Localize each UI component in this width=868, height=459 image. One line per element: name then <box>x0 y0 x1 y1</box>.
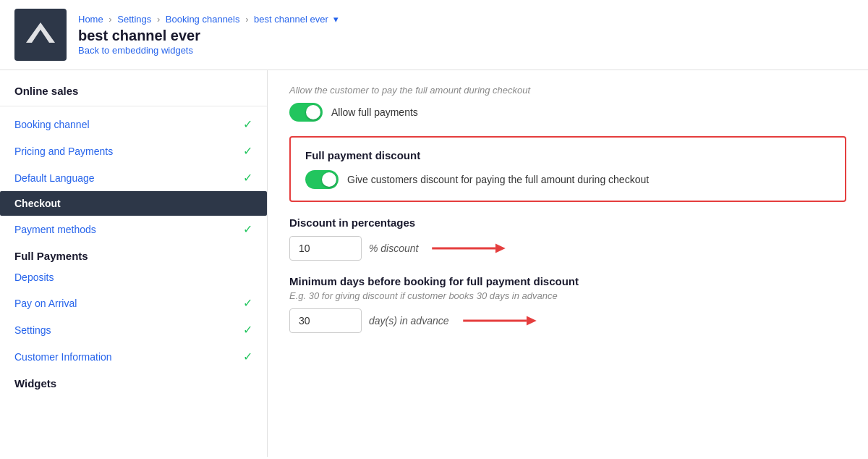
sidebar: Online sales Booking channel ✓ Pricing a… <box>0 70 268 457</box>
full-payment-discount-toggle[interactable] <box>305 170 339 189</box>
back-link[interactable]: Back to embedding widgets <box>78 45 193 56</box>
svg-marker-3 <box>495 244 506 253</box>
logo <box>14 9 67 61</box>
discount-percentages-title: Discount in percentages <box>289 216 846 229</box>
sidebar-item-language[interactable]: Default Language ✓ <box>0 164 267 191</box>
sidebar-item-label: Default Language <box>14 172 95 184</box>
sidebar-item-settings[interactable]: Settings ✓ <box>0 316 267 343</box>
divider-1 <box>0 106 267 106</box>
sidebar-item-customer-info[interactable]: Customer Information ✓ <box>0 343 267 370</box>
sidebar-item-pricing[interactable]: Pricing and Payments ✓ <box>0 138 267 164</box>
chevron-down-icon[interactable]: ▾ <box>333 14 339 25</box>
header: Home › Settings › Booking channels › bes… <box>0 0 868 70</box>
check-icon-pay-on-arrival: ✓ <box>243 296 252 310</box>
toggle-track-2 <box>305 170 339 189</box>
min-days-input[interactable] <box>289 308 362 333</box>
toggle-thumb-2 <box>322 172 336 187</box>
arrow-indicator-1 <box>425 240 512 257</box>
logo-icon <box>25 20 56 51</box>
sidebar-item-label: Settings <box>14 324 51 336</box>
check-icon-settings: ✓ <box>243 323 252 337</box>
min-days-section: Minimum days before booking for full pay… <box>289 275 846 333</box>
sidebar-item-label: Checkout <box>14 198 61 209</box>
main-layout: Online sales Booking channel ✓ Pricing a… <box>0 70 868 457</box>
check-icon-customer-info: ✓ <box>243 350 252 363</box>
main-content: Allow the customer to pay the full amoun… <box>268 70 868 457</box>
header-info: Home › Settings › Booking channels › bes… <box>78 14 339 56</box>
check-icon-language: ✓ <box>243 171 252 185</box>
discount-toggle-label: Give customers discount for paying the f… <box>347 174 649 185</box>
arrow-indicator-2 <box>456 312 543 329</box>
sidebar-widgets-title: Widgets <box>0 370 267 392</box>
check-icon-payment-methods: ✓ <box>243 222 252 236</box>
sidebar-item-booking-channel[interactable]: Booking channel ✓ <box>0 111 267 138</box>
discount-box: Full payment discount Give customers dis… <box>289 136 846 202</box>
allow-full-payments-toggle[interactable] <box>289 103 323 122</box>
breadcrumb-settings[interactable]: Settings <box>117 14 151 25</box>
sidebar-item-label: Deposits <box>14 271 54 283</box>
check-icon-booking: ✓ <box>243 117 252 131</box>
toggle-track <box>289 103 323 122</box>
discount-box-title: Full payment discount <box>305 149 830 161</box>
allow-full-payments-section: Allow the customer to pay the full amoun… <box>289 85 846 122</box>
sidebar-item-label: Booking channel <box>14 119 90 130</box>
sidebar-item-checkout[interactable]: Checkout <box>0 191 267 216</box>
days-suffix: day(s) in advance <box>369 315 449 327</box>
sidebar-item-payment-methods[interactable]: Payment methods ✓ <box>0 216 267 243</box>
check-icon-pricing: ✓ <box>243 144 252 158</box>
min-days-input-row: day(s) in advance <box>289 308 846 333</box>
allow-full-payments-label: Allow full payments <box>331 106 418 118</box>
discount-input-row: % discount <box>289 236 846 261</box>
svg-marker-5 <box>526 316 536 326</box>
breadcrumb-current: best channel ever <box>254 14 328 25</box>
discount-toggle-row: Give customers discount for paying the f… <box>305 170 830 189</box>
breadcrumb: Home › Settings › Booking channels › bes… <box>78 14 339 25</box>
page-title: best channel ever <box>78 28 339 44</box>
breadcrumb-booking-channels[interactable]: Booking channels <box>166 14 240 25</box>
breadcrumb-home[interactable]: Home <box>78 14 103 25</box>
sep2: › <box>157 14 160 25</box>
sep3: › <box>245 14 248 25</box>
toggle-thumb <box>306 105 320 119</box>
allow-full-payments-row: Allow full payments <box>289 103 846 122</box>
sidebar-item-label: Customer Information <box>14 351 112 363</box>
discount-percentage-input[interactable] <box>289 236 362 261</box>
sidebar-online-sales-title: Online sales <box>0 77 267 101</box>
sep1: › <box>109 14 111 25</box>
sidebar-item-label: Pricing and Payments <box>14 146 113 157</box>
allow-full-payments-desc: Allow the customer to pay the full amoun… <box>289 85 846 96</box>
sidebar-item-deposits[interactable]: Deposits <box>0 265 267 290</box>
min-days-title: Minimum days before booking for full pay… <box>289 275 846 287</box>
sidebar-item-pay-on-arrival[interactable]: Pay on Arrival ✓ <box>0 290 267 316</box>
sidebar-full-payments-title: Full Payments <box>0 243 267 265</box>
discount-percentages-section: Discount in percentages % discount <box>289 216 846 261</box>
sidebar-item-label: Pay on Arrival <box>14 298 77 309</box>
percent-suffix: % discount <box>369 243 418 254</box>
min-days-desc: E.g. 30 for giving discount if customer … <box>289 290 846 301</box>
sidebar-item-label: Payment methods <box>14 224 96 235</box>
